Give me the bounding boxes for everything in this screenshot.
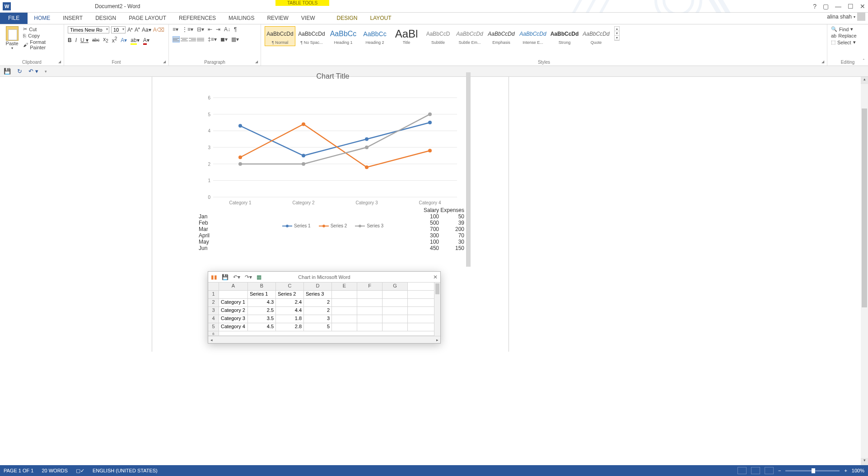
align-left-button[interactable] <box>173 36 180 42</box>
paragraph-launcher[interactable]: ◢ <box>255 60 258 64</box>
table-row[interactable]: May10030 <box>199 239 470 245</box>
change-case-button[interactable]: Aa▾ <box>142 27 151 33</box>
print-layout-button[interactable] <box>751 467 760 474</box>
style-strong[interactable]: AaBbCcDdStrong <box>549 26 580 46</box>
table-row[interactable]: Mar700200 <box>199 226 470 232</box>
find-icon: 🔍 <box>831 26 837 32</box>
superscript-button[interactable]: x2 <box>112 36 117 44</box>
style-emphasis[interactable]: AaBbCcDdEmphasis <box>486 26 517 46</box>
help-icon[interactable]: ? <box>813 3 817 10</box>
tab-home[interactable]: HOME <box>28 13 56 24</box>
increase-indent-button[interactable]: ⇥ <box>216 26 220 33</box>
styles-scroll[interactable]: ▴▾▾ <box>614 26 620 41</box>
tab-view[interactable]: VIEW <box>295 13 322 24</box>
justify-button[interactable] <box>197 36 204 42</box>
font-name-combo[interactable]: Times New Ro <box>68 26 109 33</box>
chart-object[interactable]: Chart Title 0123456Category 1Category 2C… <box>200 72 466 228</box>
clipboard-launcher[interactable]: ◢ <box>58 60 61 64</box>
style-title[interactable]: AaBlTitle <box>391 26 422 46</box>
styles-launcher[interactable]: ◢ <box>821 60 824 64</box>
tab-mailings[interactable]: MAILINGS <box>222 13 261 24</box>
status-proofing-icon[interactable]: ▢✓ <box>76 468 84 474</box>
font-color-button[interactable]: A▾ <box>143 37 149 43</box>
status-page[interactable]: PAGE 1 OF 1 <box>4 468 33 473</box>
style-normal[interactable]: AaBbCcDd¶ Normal <box>265 26 295 46</box>
underline-button[interactable]: U ▾ <box>80 37 89 43</box>
subscript-button[interactable]: x2 <box>103 36 108 43</box>
select-button[interactable]: ⬚Select ▾ <box>831 39 864 45</box>
close-icon[interactable]: ✕ <box>860 3 865 10</box>
style-heading2[interactable]: AaBbCcHeading 2 <box>359 26 390 46</box>
table-row[interactable]: April30070 <box>199 232 470 239</box>
user-account[interactable]: alina shah ▾ <box>827 13 865 21</box>
style-nospac[interactable]: AaBbCcDd¶ No Spac... <box>296 26 327 46</box>
status-language[interactable]: ENGLISH (UNITED STATES) <box>93 468 158 473</box>
strikethrough-button[interactable]: abc <box>92 38 99 42</box>
maximize-icon[interactable]: ☐ <box>848 3 854 10</box>
tab-file[interactable]: FILE <box>0 13 28 24</box>
show-marks-button[interactable]: ¶ <box>234 26 237 33</box>
save-icon[interactable]: 💾 <box>4 68 11 75</box>
style-intensee[interactable]: AaBbCcDdIntense E... <box>518 26 548 46</box>
style-subtitle[interactable]: AaBbCcDSubtitle <box>423 26 453 46</box>
table-row[interactable]: Jun450150 <box>199 245 470 251</box>
tab-insert[interactable]: INSERT <box>56 13 89 24</box>
style-heading1[interactable]: AaBbCcHeading 1 <box>328 26 359 46</box>
tab-table-layout[interactable]: LAYOUT <box>364 13 397 24</box>
align-center-button[interactable] <box>181 36 188 42</box>
document-table[interactable]: Salary Expenses Jan10050Feb50039Mar70020… <box>199 207 470 251</box>
copy-button[interactable]: ⎘Copy <box>23 33 60 38</box>
shrink-font-button[interactable]: A▾ <box>135 27 140 33</box>
xl-grid[interactable]: ABCDEFG1Series 1Series 2Series 32Categor… <box>208 283 440 336</box>
tab-references[interactable]: REFERENCES <box>173 13 222 24</box>
table-row[interactable]: Feb50039 <box>199 220 470 226</box>
paste-button[interactable]: Paste ▾ <box>4 26 20 50</box>
numbering-button[interactable]: ⋮≡▾ <box>182 26 193 33</box>
highlight-button[interactable]: ab▾ <box>131 37 139 43</box>
text-effects-button[interactable]: A▾ <box>121 37 127 43</box>
qat-customize-icon[interactable]: ▾ <box>45 69 47 74</box>
borders-button[interactable]: ▦▾ <box>231 36 239 42</box>
zoom-slider[interactable] <box>785 470 840 471</box>
bullets-button[interactable]: ≡▾ <box>173 26 178 33</box>
clear-formatting-button[interactable]: A⌫ <box>153 27 164 33</box>
shading-button[interactable]: ◼▾ <box>220 36 228 42</box>
tab-page-layout[interactable]: PAGE LAYOUT <box>122 13 173 24</box>
minimize-icon[interactable]: — <box>835 3 841 10</box>
replace-button[interactable]: abReplace <box>831 33 864 38</box>
style-subtleem[interactable]: AaBbCcDdSubtle Em... <box>454 26 485 46</box>
font-size-combo[interactable]: 10 <box>111 26 126 33</box>
select-icon: ⬚ <box>831 39 835 45</box>
multilevel-button[interactable]: ⊟▾ <box>197 26 204 33</box>
italic-button[interactable]: I <box>75 37 77 43</box>
format-painter-button[interactable]: 🖌Format Painter <box>23 39 60 50</box>
xl-vertical-scrollbar[interactable] <box>434 283 440 336</box>
ribbon-options-icon[interactable]: ▢ <box>823 3 829 10</box>
tab-design[interactable]: DESIGN <box>89 13 122 24</box>
status-words[interactable]: 20 WORDS <box>42 468 67 473</box>
font-launcher[interactable]: ◢ <box>163 60 166 64</box>
undo-icon[interactable]: ↶ ▾ <box>28 68 38 75</box>
tab-table-design[interactable]: DESIGN <box>330 13 364 24</box>
zoom-in-button[interactable]: + <box>844 468 847 473</box>
tab-review[interactable]: REVIEW <box>261 13 294 24</box>
style-quote[interactable]: AaBbCcDdQuote <box>581 26 611 46</box>
align-right-button[interactable] <box>189 36 196 42</box>
zoom-out-button[interactable]: − <box>778 468 781 473</box>
read-mode-button[interactable] <box>737 467 747 474</box>
svg-text:0: 0 <box>208 195 210 200</box>
document-vertical-scrollbar[interactable]: ▴▾ <box>861 77 868 465</box>
web-layout-button[interactable] <box>765 467 774 474</box>
find-button[interactable]: 🔍Find ▾ <box>831 26 864 32</box>
decrease-indent-button[interactable]: ⇤ <box>208 26 212 33</box>
zoom-level[interactable]: 100% <box>852 468 864 473</box>
sort-button[interactable]: A↓ <box>224 26 230 33</box>
line-spacing-button[interactable]: ‡≡▾ <box>208 36 217 42</box>
table-row[interactable]: Jan10050 <box>199 213 470 220</box>
collapse-ribbon-button[interactable]: ˆ <box>863 59 864 64</box>
repeat-icon[interactable]: ↻ <box>17 68 22 75</box>
grow-font-button[interactable]: A▴ <box>127 27 133 33</box>
cut-button[interactable]: ✂Cut <box>23 26 60 32</box>
bold-button[interactable]: B <box>68 37 72 43</box>
xl-horizontal-scrollbar[interactable]: ◂▸ <box>208 336 440 343</box>
